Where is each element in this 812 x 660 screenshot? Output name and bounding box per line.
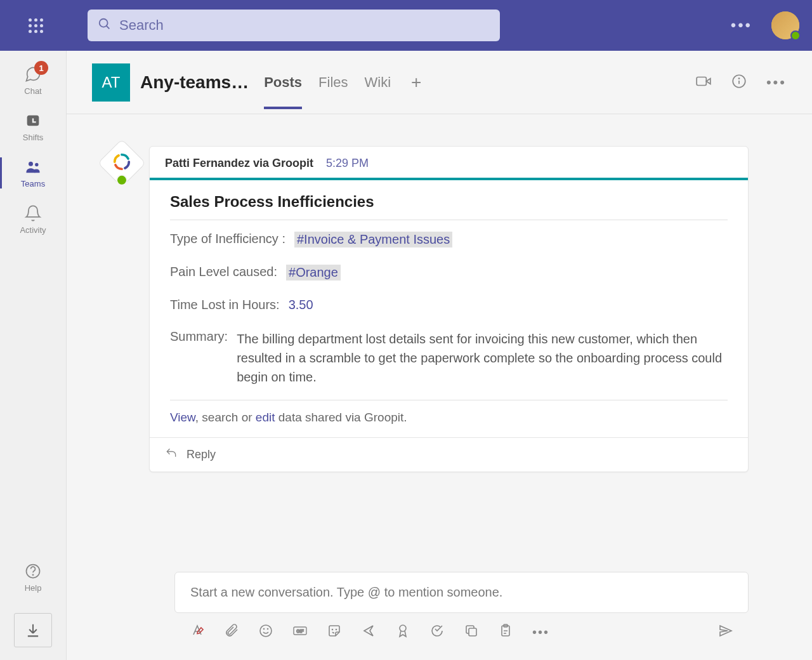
- svg-rect-19: [469, 628, 476, 636]
- posts-area: Patti Fernandez via Groopit 5:29 PM Sale…: [67, 114, 812, 572]
- sidebar-item-download[interactable]: [14, 613, 52, 647]
- svg-line-1: [107, 26, 110, 29]
- main-content: AT Any-teams… Posts Files Wiki + •••: [67, 51, 812, 660]
- field-label: Pain Level caused:: [170, 265, 277, 280]
- emoji-icon[interactable]: [258, 623, 273, 641]
- svg-text:GIF: GIF: [296, 629, 304, 633]
- field-value-tag: #Orange: [286, 265, 341, 280]
- channel-tabs: Posts Files Wiki +: [264, 63, 425, 102]
- download-icon: [24, 621, 42, 640]
- sidebar-item-label: Chat: [24, 86, 41, 96]
- more-icon[interactable]: •••: [766, 74, 787, 91]
- svg-point-13: [268, 629, 268, 630]
- card-title: Sales Process Inefficiencies: [170, 193, 728, 220]
- tab-wiki[interactable]: Wiki: [365, 63, 391, 102]
- svg-point-11: [260, 625, 272, 637]
- reply-icon: [165, 447, 178, 463]
- header-right: •••: [731, 11, 799, 39]
- post-app-avatar: [98, 139, 146, 187]
- task-icon[interactable]: [498, 623, 513, 641]
- svg-point-6: [32, 574, 33, 575]
- attach-icon[interactable]: [224, 623, 239, 641]
- field-value: 3.50: [289, 298, 313, 312]
- search-input[interactable]: [119, 17, 490, 34]
- info-icon[interactable]: [731, 73, 747, 92]
- compose-input[interactable]: [190, 585, 733, 600]
- svg-point-0: [100, 19, 108, 27]
- sidebar-item-teams[interactable]: Teams: [0, 150, 66, 196]
- presence-available-icon: [116, 175, 128, 186]
- sidebar-item-chat[interactable]: 1 Chat: [0, 57, 66, 103]
- channel-name: Any-teams…: [140, 72, 249, 93]
- channel-avatar: AT: [92, 63, 130, 102]
- send-now-icon[interactable]: [361, 623, 376, 641]
- search-box[interactable]: [88, 10, 500, 41]
- top-header: •••: [0, 0, 812, 51]
- post-header: Patti Fernandez via Groopit 5:29 PM: [150, 147, 748, 178]
- svg-point-17: [336, 630, 337, 630]
- teams-icon: [24, 157, 42, 176]
- reply-label: Reply: [187, 448, 216, 461]
- presence-available-icon: [790, 30, 801, 41]
- compose-box[interactable]: [174, 572, 749, 613]
- footer-text: , search or: [195, 411, 256, 424]
- praise-icon[interactable]: [395, 623, 410, 641]
- shifts-icon: [24, 111, 42, 130]
- field-label: Type of Inefficiency :: [170, 232, 285, 248]
- app-sidebar: 1 Chat Shifts Teams Activity Help: [0, 51, 67, 660]
- waffle-icon[interactable]: [29, 18, 43, 33]
- field-pain-level: Pain Level caused: #Orange: [170, 253, 728, 286]
- svg-point-4: [35, 163, 38, 166]
- channel-actions: •••: [695, 73, 787, 92]
- card-body: Sales Process Inefficiencies Type of Ine…: [150, 180, 748, 437]
- sidebar-item-activity[interactable]: Activity: [0, 196, 66, 242]
- sidebar-item-shifts[interactable]: Shifts: [0, 103, 66, 150]
- svg-point-12: [264, 629, 265, 630]
- add-tab-button[interactable]: +: [407, 72, 425, 93]
- footer-text: data shared via Groopit.: [275, 411, 407, 424]
- sidebar-item-label: Help: [25, 583, 42, 593]
- copy-icon[interactable]: [464, 623, 479, 641]
- sidebar-item-label: Shifts: [23, 133, 44, 142]
- svg-point-3: [29, 162, 33, 166]
- svg-point-10: [738, 78, 739, 79]
- gif-icon[interactable]: GIF: [292, 623, 308, 641]
- svg-point-16: [332, 630, 333, 630]
- tab-posts[interactable]: Posts: [264, 63, 302, 102]
- chat-icon: 1: [24, 65, 42, 84]
- reply-button[interactable]: Reply: [150, 437, 748, 472]
- video-icon[interactable]: [695, 73, 712, 92]
- channel-header: AT Any-teams… Posts Files Wiki + •••: [67, 51, 812, 114]
- field-time-lost: Time Lost in Hours: 3.50: [170, 286, 728, 318]
- approval-icon[interactable]: [429, 623, 445, 641]
- card-footer: View, search or edit data shared via Gro…: [170, 400, 728, 425]
- tab-files[interactable]: Files: [318, 63, 348, 102]
- field-label: Time Lost in Hours:: [170, 298, 280, 312]
- view-link[interactable]: View: [170, 411, 195, 424]
- post-timestamp: 5:29 PM: [326, 157, 369, 170]
- help-icon: [24, 562, 42, 581]
- sidebar-item-label: Teams: [21, 179, 45, 188]
- post-author: Patti Fernandez via Groopit: [165, 157, 313, 170]
- compose-toolbar: GIF •••: [174, 613, 749, 641]
- edit-link[interactable]: edit: [256, 411, 275, 424]
- field-value-tag: #Invoice & Payment Issues: [294, 232, 452, 248]
- compose-area: GIF •••: [67, 572, 812, 660]
- chat-badge: 1: [34, 61, 48, 75]
- search-icon: [98, 17, 112, 34]
- sidebar-item-help[interactable]: Help: [0, 554, 66, 600]
- groopit-logo-icon: [112, 152, 131, 171]
- field-label: Summary:: [170, 329, 228, 344]
- more-icon[interactable]: •••: [731, 16, 752, 34]
- format-icon[interactable]: [190, 623, 205, 641]
- post-card: Patti Fernandez via Groopit 5:29 PM Sale…: [149, 146, 749, 472]
- svg-rect-7: [697, 77, 706, 85]
- send-icon[interactable]: [718, 623, 733, 641]
- user-avatar[interactable]: [771, 11, 799, 39]
- more-icon[interactable]: •••: [532, 625, 549, 640]
- post-item: Patti Fernandez via Groopit 5:29 PM Sale…: [105, 146, 749, 472]
- svg-point-18: [400, 625, 406, 631]
- field-type-inefficiency: Type of Inefficiency : #Invoice & Paymen…: [170, 220, 728, 253]
- sticker-icon[interactable]: [327, 623, 342, 641]
- summary-text: The billing department lost details sent…: [237, 329, 728, 386]
